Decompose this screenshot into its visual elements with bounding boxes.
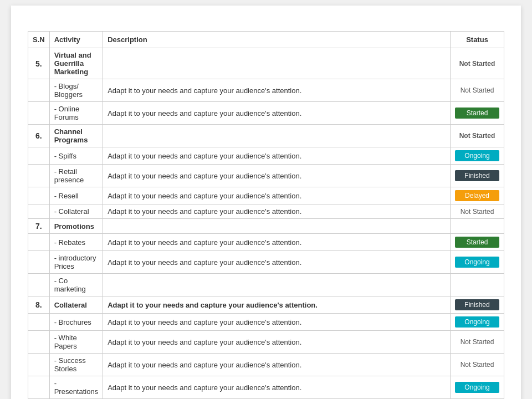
cell-activity: - Resell [49, 187, 103, 204]
cell-activity: - Spiffs [49, 147, 103, 165]
cell-sn [28, 102, 50, 125]
table-row: 5.Virtual and Guerrilla MarketingNot Sta… [28, 48, 504, 79]
cell-sn [28, 331, 50, 354]
cell-activity: - Brochures [49, 314, 103, 331]
cell-status: Not Started [451, 354, 504, 376]
status-badge: Ongoing [455, 257, 499, 268]
table-row: 8.CollateralAdapt it to your needs and c… [28, 296, 504, 314]
cell-description: Adapt it to your needs and capture your … [103, 296, 451, 314]
cell-sn: 6. [28, 125, 50, 147]
cell-status: Finished [451, 296, 504, 314]
table-row: 6.Channel ProgramsNot Started [28, 125, 504, 147]
cell-sn [28, 79, 50, 102]
cell-status [451, 219, 504, 234]
status-badge: Ongoing [455, 382, 499, 393]
cell-description: Adapt it to your needs and capture your … [103, 314, 451, 331]
cell-sn [28, 204, 50, 219]
status-badge: Ongoing [455, 150, 499, 161]
cell-description: Adapt it to your needs and capture your … [103, 147, 451, 165]
slide: S.N Activity Description Status 5.Virtua… [11, 6, 521, 399]
cell-activity: - Rebates [49, 234, 103, 251]
cell-activity: - introductory Prices [49, 251, 103, 274]
table-row: - Retail presenceAdapt it to your needs … [28, 165, 504, 187]
table-row: - Success StoriesAdapt it to your needs … [28, 354, 504, 376]
cell-sn [28, 314, 50, 331]
cell-status [451, 274, 504, 296]
cell-description: Adapt it to your needs and capture your … [103, 354, 451, 376]
cell-status: Ongoing [451, 376, 504, 399]
cell-status: Finished [451, 165, 504, 187]
cell-description [103, 125, 451, 147]
table-row: - BrochuresAdapt it to your needs and ca… [28, 314, 504, 331]
cell-sn [28, 251, 50, 274]
table-row: - White PapersAdapt it to your needs and… [28, 331, 504, 354]
cell-activity: - Co marketing [49, 274, 103, 296]
cell-activity: - Online Forums [49, 102, 103, 125]
cell-status: Started [451, 234, 504, 251]
cell-status: Ongoing [451, 314, 504, 331]
cell-status: Not Started [451, 331, 504, 354]
table-header-row: S.N Activity Description Status [28, 32, 504, 48]
cell-sn [28, 187, 50, 204]
cell-activity: Collateral [49, 296, 103, 314]
cell-activity: - Blogs/ Bloggers [49, 79, 103, 102]
cell-status: Ongoing [451, 147, 504, 165]
status-badge: Started [455, 108, 499, 119]
cell-status: Not Started [451, 48, 504, 79]
table-row: - ResellAdapt it to your needs and captu… [28, 187, 504, 204]
cell-activity: - Presentations [49, 376, 103, 399]
cell-activity: - Retail presence [49, 165, 103, 187]
cell-description: Adapt it to your needs and capture your … [103, 187, 451, 204]
cell-sn: 5. [28, 48, 50, 79]
cell-description: Adapt it to your needs and capture your … [103, 234, 451, 251]
cell-status: Delayed [451, 187, 504, 204]
status-badge: Delayed [455, 190, 499, 201]
table-row: - Co marketing [28, 274, 504, 296]
header-activity: Activity [49, 32, 103, 48]
cell-activity: Virtual and Guerrilla Marketing [49, 48, 103, 79]
cell-activity: - Collateral [49, 204, 103, 219]
cell-status: Not Started [451, 79, 504, 102]
cell-description: Adapt it to your needs and capture your … [103, 102, 451, 125]
cell-sn [28, 234, 50, 251]
table-row: - SpiffsAdapt it to your needs and captu… [28, 147, 504, 165]
status-badge: Started [455, 237, 499, 248]
cell-sn: 8. [28, 296, 50, 314]
cell-description [103, 274, 451, 296]
cell-description: Adapt it to your needs and capture your … [103, 251, 451, 274]
cell-description: Adapt it to your needs and capture your … [103, 204, 451, 219]
cell-status: Started [451, 102, 504, 125]
cell-description [103, 48, 451, 79]
cell-activity: - Success Stories [49, 354, 103, 376]
cell-description: Adapt it to your needs and capture your … [103, 165, 451, 187]
cell-sn [28, 147, 50, 165]
table-row: - introductory PricesAdapt it to your ne… [28, 251, 504, 274]
header-description: Description [103, 32, 451, 48]
table-row: 7.Promotions [28, 219, 504, 234]
cell-sn: 7. [28, 219, 50, 234]
table-row: - Blogs/ BloggersAdapt it to your needs … [28, 79, 504, 102]
cell-status: Not Started [451, 204, 504, 219]
cell-sn [28, 354, 50, 376]
checklist-table: S.N Activity Description Status 5.Virtua… [28, 31, 504, 399]
cell-activity: Channel Programs [49, 125, 103, 147]
status-badge: Ongoing [455, 316, 499, 328]
cell-description: Adapt it to your needs and capture your … [103, 376, 451, 399]
cell-description: Adapt it to your needs and capture your … [103, 331, 451, 354]
table-row: - Online ForumsAdapt it to your needs an… [28, 102, 504, 125]
cell-sn [28, 376, 50, 399]
header-status: Status [451, 32, 504, 48]
cell-status: Ongoing [451, 251, 504, 274]
header-sn: S.N [28, 32, 50, 48]
cell-activity: - White Papers [49, 331, 103, 354]
cell-sn [28, 165, 50, 187]
cell-status: Not Started [451, 125, 504, 147]
cell-description [103, 219, 451, 234]
table-row: - CollateralAdapt it to your needs and c… [28, 204, 504, 219]
cell-description: Adapt it to your needs and capture your … [103, 79, 451, 102]
cell-activity: Promotions [49, 219, 103, 234]
cell-sn [28, 274, 50, 296]
status-badge: Finished [455, 299, 499, 310]
table-row: - RebatesAdapt it to your needs and capt… [28, 234, 504, 251]
status-badge: Finished [455, 170, 499, 181]
